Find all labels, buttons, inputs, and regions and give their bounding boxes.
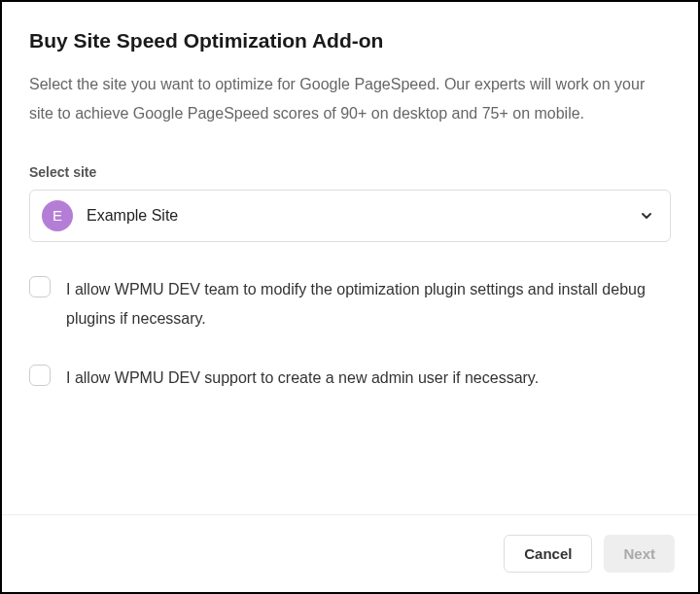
consent-modify-plugins-label[interactable]: I allow WPMU DEV team to modify the opti… (66, 275, 671, 334)
consent-create-admin-checkbox[interactable] (29, 365, 51, 386)
dialog-content: Buy Site Speed Optimization Add-on Selec… (2, 2, 698, 514)
consent-modify-plugins-row: I allow WPMU DEV team to modify the opti… (29, 275, 671, 334)
dialog-title: Buy Site Speed Optimization Add-on (29, 29, 671, 52)
buy-addon-dialog: Buy Site Speed Optimization Add-on Selec… (2, 2, 698, 592)
cancel-button[interactable]: Cancel (504, 535, 592, 573)
select-site-label: Select site (29, 164, 671, 180)
dialog-description: Select the site you want to optimize for… (29, 70, 671, 129)
site-avatar: E (42, 200, 73, 231)
consent-create-admin-row: I allow WPMU DEV support to create a new… (29, 364, 671, 393)
dialog-footer: Cancel Next (2, 514, 698, 592)
site-select-value: Example Site (87, 207, 639, 225)
consent-create-admin-label[interactable]: I allow WPMU DEV support to create a new… (66, 364, 539, 393)
chevron-down-icon (639, 208, 654, 224)
consent-modify-plugins-checkbox[interactable] (29, 276, 51, 297)
next-button[interactable]: Next (604, 535, 675, 573)
site-select-dropdown[interactable]: E Example Site (29, 190, 671, 242)
